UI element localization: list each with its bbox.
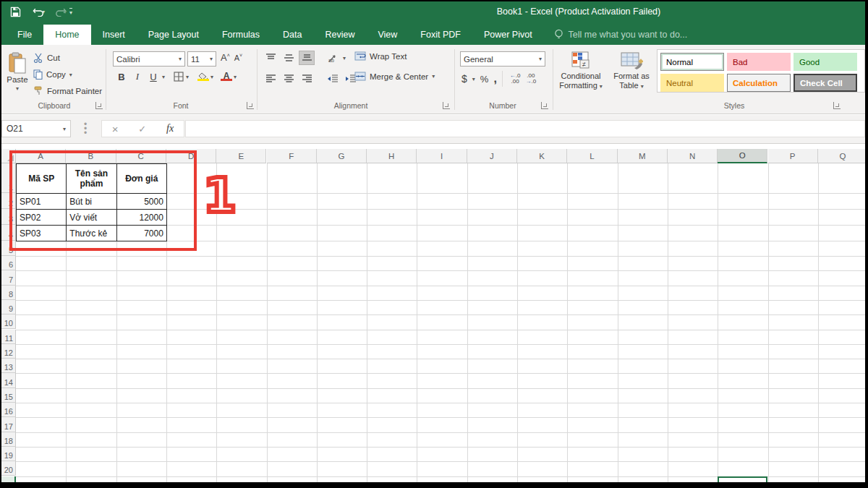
clipboard-dialog-launcher-icon[interactable] xyxy=(95,102,103,109)
column-header-N[interactable]: N xyxy=(668,149,718,163)
tab-foxit-pdf[interactable]: Foxit PDF xyxy=(409,25,472,45)
tab-file[interactable]: File xyxy=(6,25,43,45)
row-header-16[interactable]: 16 xyxy=(0,403,16,417)
number-format-combo[interactable]: General▾ xyxy=(460,51,545,67)
tab-data[interactable]: Data xyxy=(271,25,313,45)
column-header-J[interactable]: J xyxy=(467,149,517,163)
row-header-6[interactable]: 6 xyxy=(0,256,16,270)
row-header-18[interactable]: 18 xyxy=(0,432,16,447)
styles-dialog-launcher-icon[interactable] xyxy=(833,102,841,109)
italic-button[interactable]: I xyxy=(130,71,145,82)
cell-style-neutral[interactable]: Neutral xyxy=(660,74,724,92)
borders-icon[interactable] xyxy=(174,72,184,82)
increase-font-icon[interactable]: A˄ xyxy=(221,52,230,63)
currency-format-button[interactable]: $ xyxy=(461,73,467,85)
row-header-20[interactable]: 20 xyxy=(0,461,16,476)
tell-me-box[interactable]: Tell me what you want to do... xyxy=(544,25,688,45)
align-left-icon[interactable] xyxy=(263,72,278,86)
row-header-8[interactable]: 8 xyxy=(0,286,16,300)
comma-format-button[interactable]: , xyxy=(493,72,496,85)
row-header-11[interactable]: 11 xyxy=(0,330,16,344)
fill-color-button[interactable] xyxy=(197,72,209,81)
merge-center-button[interactable]: Merge & Center ▾ xyxy=(354,72,435,81)
fill-color-dropdown-icon[interactable]: ▾ xyxy=(210,74,213,80)
cell-style-normal[interactable]: Normal xyxy=(660,53,724,71)
copy-button[interactable]: Copy ▾ xyxy=(33,67,72,82)
cell-style-good[interactable]: Good xyxy=(793,53,857,71)
bold-button[interactable]: B xyxy=(114,72,129,82)
formula-input[interactable] xyxy=(185,120,865,137)
tab-power-pivot[interactable]: Power Pivot xyxy=(472,25,544,45)
decrease-font-icon[interactable]: A˅ xyxy=(234,53,242,62)
cut-button[interactable]: Cut xyxy=(33,51,60,65)
conditional-formatting-button[interactable]: ≠ Conditional Formatting ▾ xyxy=(557,49,605,103)
tab-view[interactable]: View xyxy=(366,25,409,45)
row-header-13[interactable]: 13 xyxy=(0,359,16,373)
name-box[interactable]: O21 ▾ xyxy=(1,120,71,137)
row-header-7[interactable]: 7 xyxy=(0,270,16,285)
row-header-9[interactable]: 9 xyxy=(0,300,16,314)
column-header-E[interactable]: E xyxy=(216,149,266,163)
number-dialog-launcher-icon[interactable] xyxy=(541,102,548,109)
row-header-19[interactable]: 19 xyxy=(0,447,16,461)
align-right-icon[interactable] xyxy=(299,72,315,86)
underline-button[interactable]: U xyxy=(146,72,161,82)
cancel-icon[interactable]: × xyxy=(112,123,119,135)
column-header-Q[interactable]: Q xyxy=(818,149,868,163)
enter-icon[interactable]: ✓ xyxy=(138,124,146,134)
orientation-dropdown-icon[interactable]: ▾ xyxy=(343,55,346,61)
currency-dropdown-icon[interactable]: ▾ xyxy=(472,76,475,82)
percent-format-button[interactable]: % xyxy=(480,74,489,85)
cell-style-bad[interactable]: Bad xyxy=(727,53,791,71)
middle-align-icon[interactable] xyxy=(281,51,297,65)
font-color-dropdown-icon[interactable]: ▾ xyxy=(234,74,237,80)
cell-style-check-cell[interactable]: Check Cell xyxy=(793,74,857,92)
underline-dropdown-icon[interactable]: ▾ xyxy=(162,74,165,80)
formula-bar-grip[interactable]: ••• xyxy=(84,122,87,135)
redo-dropdown-icon[interactable]: ▾ xyxy=(64,9,67,15)
wrap-text-button[interactable]: Wrap Text xyxy=(354,51,407,61)
font-dialog-launcher-icon[interactable] xyxy=(247,102,254,109)
format-as-table-button[interactable]: Format as Table ▾ xyxy=(608,49,655,103)
row-header-21[interactable]: 21 xyxy=(0,476,16,483)
format-painter-button[interactable]: Format Painter xyxy=(33,84,102,98)
decrease-indent-icon[interactable] xyxy=(325,72,341,86)
bottom-align-icon[interactable] xyxy=(299,51,315,65)
tab-insert[interactable]: Insert xyxy=(91,25,137,45)
tab-page-layout[interactable]: Page Layout xyxy=(137,25,210,45)
row-header-17[interactable]: 17 xyxy=(0,417,16,432)
orientation-icon[interactable]: ab xyxy=(325,51,341,65)
font-size-combo[interactable]: 11▾ xyxy=(187,51,216,67)
selected-cell[interactable] xyxy=(718,476,767,483)
paste-button[interactable]: Paste ▾ xyxy=(4,49,30,103)
font-family-combo[interactable]: Calibri▾ xyxy=(113,51,185,67)
row-header-15[interactable]: 15 xyxy=(0,388,16,403)
borders-dropdown-icon[interactable]: ▾ xyxy=(186,74,189,80)
column-header-O[interactable]: O xyxy=(718,149,767,163)
column-header-K[interactable]: K xyxy=(517,149,567,163)
column-header-I[interactable]: I xyxy=(417,149,467,163)
column-header-P[interactable]: P xyxy=(768,149,818,163)
cell-style-calculation[interactable]: Calculation xyxy=(727,74,791,92)
row-header-12[interactable]: 12 xyxy=(0,344,16,359)
column-header-L[interactable]: L xyxy=(567,149,617,163)
save-icon[interactable] xyxy=(7,4,23,20)
tab-formulas[interactable]: Formulas xyxy=(210,25,271,45)
column-header-M[interactable]: M xyxy=(618,149,668,163)
increase-decimal-icon[interactable]: ←.0.00 xyxy=(510,73,521,85)
alignment-dialog-launcher-icon[interactable] xyxy=(443,102,450,109)
insert-function-icon[interactable]: fx xyxy=(166,123,174,134)
customize-qat-icon[interactable]: ▾ xyxy=(69,8,72,16)
row-header-10[interactable]: 10 xyxy=(0,314,16,329)
column-header-H[interactable]: H xyxy=(367,149,417,163)
align-center-icon[interactable] xyxy=(281,72,297,86)
tab-home[interactable]: Home xyxy=(43,25,90,45)
column-header-F[interactable]: F xyxy=(267,149,317,163)
font-color-button[interactable]: A xyxy=(221,72,232,81)
column-header-G[interactable]: G xyxy=(317,149,367,163)
tab-review[interactable]: Review xyxy=(313,25,366,45)
undo-dropdown-icon[interactable]: ▾ xyxy=(42,9,45,15)
row-header-14[interactable]: 14 xyxy=(0,373,16,388)
top-align-icon[interactable] xyxy=(263,51,278,65)
decrease-decimal-icon[interactable]: .00→.0 xyxy=(526,73,537,85)
